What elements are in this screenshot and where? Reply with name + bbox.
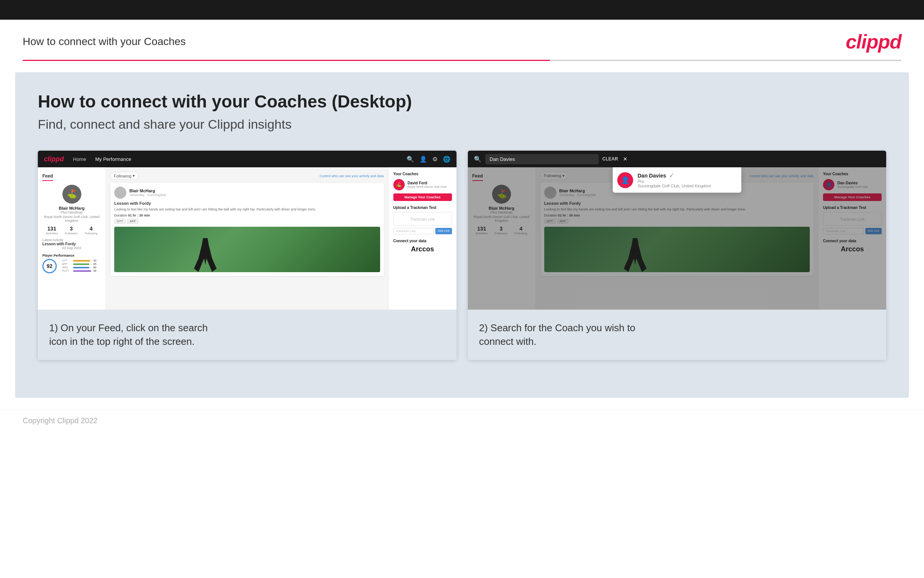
dimmed-stats: 131Activities 3Followers 4Following xyxy=(473,226,531,235)
app-screenshot-1: clippd Home My Performance 🔍 👤 ⚙ 🌐 Feed xyxy=(38,151,456,310)
header: How to connect with your Coaches clippd xyxy=(0,19,924,60)
connect-label: Connect your data xyxy=(393,239,452,243)
trackman-placeholder: Trackman Link xyxy=(410,217,435,221)
profile-club: Royal North Devon Golf Club, United King… xyxy=(42,215,101,222)
post-header: Blair McHarg Yesterday · Sunningdale xyxy=(114,187,380,199)
profile-name: Blair McHarg xyxy=(42,206,101,211)
search-input-overlay[interactable] xyxy=(485,154,599,164)
app-screenshot-2: clippd Home My Performance 🔍 👤 🔍 CLEAR × xyxy=(468,151,887,310)
dimmed-handicap: Plus Handicap xyxy=(473,211,531,214)
coach-name: David Ford xyxy=(408,181,447,185)
nav-home[interactable]: Home xyxy=(73,156,86,162)
nav-logo: clippd xyxy=(44,155,64,163)
search-magnifier-icon: 🔍 xyxy=(474,156,481,163)
stat-followers-num: 3 xyxy=(65,226,78,232)
perf-bar-ott: OTT 90 xyxy=(62,259,96,262)
tag-app: APP xyxy=(127,219,138,224)
profile-icon[interactable]: 👤 xyxy=(419,156,427,163)
feed-tab[interactable]: Feed xyxy=(42,172,53,181)
stat-following-num: 4 xyxy=(85,226,97,232)
post-tags: OTT APP xyxy=(114,219,380,224)
search-result-dropdown: 👤 Dan Davies ✓ Pro Sunningdale Golf Club… xyxy=(613,167,741,193)
clippd-logo: clippd xyxy=(846,30,901,53)
app-right-panel: Your Coaches ⛳ David Ford Royal North De… xyxy=(388,167,456,310)
close-button[interactable]: × xyxy=(623,155,628,163)
step1-text: 1) On your Feed, click on the searchicon… xyxy=(49,322,208,347)
screenshot-1: clippd Home My Performance 🔍 👤 ⚙ 🌐 Feed xyxy=(38,151,456,360)
stat-activities: 131 Activities xyxy=(46,226,58,235)
post-card: Blair McHarg Yesterday · Sunningdale Les… xyxy=(110,183,384,276)
post-text: Looking to feel like my hands are exitin… xyxy=(114,207,380,212)
verified-icon: ✓ xyxy=(669,172,674,179)
footer: Copyright Clippd 2022 xyxy=(0,409,924,432)
upload-label: Upload a Trackman Test xyxy=(393,206,452,210)
caption-2-text: 2) Search for the Coach you wish toconne… xyxy=(479,321,875,349)
result-avatar: 👤 xyxy=(617,172,633,188)
profile-handicap: Plus Handicap xyxy=(42,211,101,214)
coach-item: ⛳ David Ford Royal North Devon Golf Club xyxy=(393,179,452,190)
page-title: How to connect with your Coaches xyxy=(23,36,186,48)
main-heading: How to connect with your Coaches (Deskto… xyxy=(38,91,886,112)
performance-section: Player Performance 92 OTT 90 xyxy=(42,253,101,273)
following-row: Following ▾ Control who can see your act… xyxy=(110,172,384,180)
post-duration: Duration 01 hr : 30 min xyxy=(114,213,380,217)
latest-activity-value: Lesson with Fordy xyxy=(42,242,101,246)
stat-followers: 3 Followers xyxy=(65,226,78,235)
main-subheading: Find, connect and share your Clippd insi… xyxy=(38,117,886,132)
arccos-logo: Arccos xyxy=(393,245,452,253)
header-divider xyxy=(23,60,901,61)
clear-button[interactable]: CLEAR xyxy=(602,156,618,162)
avatar-icon[interactable]: 🌐 xyxy=(443,156,450,163)
your-coaches-label: Your Coaches xyxy=(393,172,452,176)
app-left-panel: Feed Blair McHarg Plus Handicap Royal No… xyxy=(38,167,106,310)
main-content: How to connect with your Coaches (Deskto… xyxy=(15,72,909,398)
quality-score: 92 xyxy=(42,259,57,273)
stat-activities-num: 131 xyxy=(46,226,58,232)
stat-following: 4 Following xyxy=(85,226,97,235)
post-meta: Yesterday · Sunningdale xyxy=(129,193,166,197)
dimmed-name: Blair McHarg xyxy=(473,206,531,211)
app-middle-panel: Following ▾ Control who can see your act… xyxy=(106,167,388,310)
control-link[interactable]: Control who can see your activity and da… xyxy=(320,174,384,178)
perf-bar-putt: PUTT 96 xyxy=(62,270,96,272)
following-label: Following xyxy=(114,174,131,178)
post-avatar xyxy=(114,187,126,199)
search-icon[interactable]: 🔍 xyxy=(406,156,414,163)
following-button[interactable]: Following ▾ xyxy=(110,172,138,180)
stat-activities-label: Activities xyxy=(46,232,58,235)
result-info: Dan Davies ✓ Pro Sunningdale Golf Club, … xyxy=(638,172,711,188)
duration-value: 01 hr : 30 min xyxy=(128,213,150,217)
post-author-name: Blair McHarg xyxy=(129,188,166,193)
coach-avatar: ⛳ xyxy=(393,179,405,190)
trackman-input[interactable]: Trackman Link xyxy=(393,228,434,234)
manage-coaches-button[interactable]: Manage Your Coaches xyxy=(393,193,452,201)
nav-icons: 🔍 👤 ⚙ 🌐 xyxy=(406,156,450,163)
settings-icon[interactable]: ⚙ xyxy=(432,156,438,163)
latest-activity-date: 03 Aug 2022 xyxy=(42,246,101,250)
caption-1-text: 1) On your Feed, click on the searchicon… xyxy=(49,321,445,349)
stat-following-label: Following xyxy=(85,232,97,235)
trackman-box: Trackman Link xyxy=(393,212,452,226)
coach-club: Royal North Devon Golf Club xyxy=(408,185,447,188)
add-link-button[interactable]: Add Link xyxy=(435,228,451,234)
chevron-down-icon: ▾ xyxy=(133,174,135,178)
search-bar-overlay: 🔍 CLEAR × xyxy=(468,151,887,167)
latest-activity-label: Latest Activity xyxy=(42,238,101,242)
dimmed-feed-tab: Feed xyxy=(473,172,483,181)
result-role: Pro xyxy=(638,179,711,183)
trackman-input-row: Trackman Link Add Link xyxy=(393,228,452,234)
stats-row: 131 Activities 3 Followers 4 Following xyxy=(42,226,101,235)
caption-2: 2) Search for the Coach you wish toconne… xyxy=(468,310,887,360)
perf-bar-arg: ARG 86 xyxy=(62,266,96,269)
profile-image xyxy=(62,185,81,204)
dimmed-profile xyxy=(492,185,511,204)
nav-my-performance[interactable]: My Performance xyxy=(95,156,131,162)
step2-text: 2) Search for the Coach you wish toconne… xyxy=(479,322,635,347)
dimmed-left: Feed Blair McHarg Plus Handicap Royal No… xyxy=(468,167,536,310)
dimmed-club: Royal North Devon Golf Club, United King… xyxy=(473,215,531,222)
player-performance-label: Player Performance xyxy=(42,253,101,257)
perf-bar-app: APP 85 xyxy=(62,263,96,265)
result-item[interactable]: 👤 Dan Davies ✓ Pro Sunningdale Golf Club… xyxy=(617,172,737,188)
screenshot-2: clippd Home My Performance 🔍 👤 🔍 CLEAR × xyxy=(468,151,887,360)
post-title: Lesson with Fordy xyxy=(114,201,380,206)
